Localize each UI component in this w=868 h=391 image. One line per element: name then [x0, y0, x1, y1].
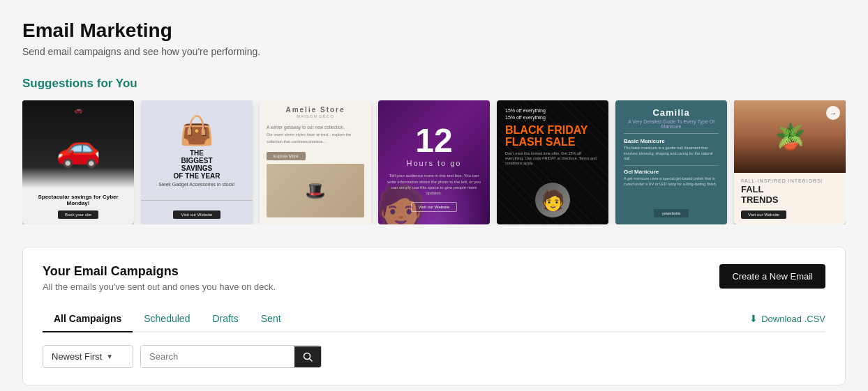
template-card-biggest-savings[interactable]: 👜 THEBIGGESTSAVINGSOF THE YEAR Sleek Gad… — [141, 100, 253, 224]
filter-row: Newest First ▼ — [43, 345, 825, 368]
campaigns-header-text: Your Email Campaigns All the emails you'… — [43, 264, 276, 292]
tab-drafts[interactable]: Drafts — [201, 306, 249, 332]
page-title: Email Marketing — [22, 20, 846, 42]
download-csv-button[interactable]: ⬇ Download .CSV — [749, 313, 825, 324]
tab-scheduled[interactable]: Scheduled — [133, 306, 201, 332]
template-card-manicure[interactable]: Camilla A Very Detailed Guide To Every T… — [615, 100, 727, 224]
sort-select[interactable]: Newest First ▼ — [43, 345, 133, 368]
template-card-black-friday[interactable]: 15% off everything15% off everything BLA… — [497, 100, 608, 224]
campaigns-header: Your Email Campaigns All the emails you'… — [43, 264, 825, 292]
tab-all-campaigns[interactable]: All Campaigns — [43, 306, 133, 332]
campaigns-section-subtitle: All the emails you've sent out and ones … — [43, 282, 276, 292]
page-subtitle: Send email campaigns and see how you're … — [22, 46, 846, 57]
template-card-fall-trends[interactable]: 🪴 → Fall-inspired Interiors! FALLTRENDS … — [734, 100, 846, 224]
suggestions-section-title: Suggestions for You — [22, 77, 846, 91]
chevron-down-icon: ▼ — [106, 353, 113, 360]
page-wrapper: Email Marketing Send email campaigns and… — [0, 0, 868, 391]
template-card-amelie-store[interactable]: Amelie Store MAISON DÉCO A winter getawa… — [260, 100, 371, 224]
svg-line-1 — [310, 358, 313, 361]
campaigns-section: Your Email Campaigns All the emails you'… — [22, 247, 846, 385]
create-new-email-button[interactable]: Create a New Email — [719, 264, 825, 289]
templates-row: 🚗 🚗 Spectacular savings for Cyber Monday… — [22, 100, 846, 224]
template-card-cyber-monday[interactable]: 🚗 🚗 Spectacular savings for Cyber Monday… — [22, 100, 134, 224]
search-icon — [303, 352, 313, 362]
download-icon: ⬇ — [749, 313, 758, 324]
campaigns-section-title: Your Email Campaigns — [43, 264, 276, 279]
search-input[interactable] — [141, 346, 294, 367]
search-button[interactable] — [294, 346, 321, 367]
tab-sent[interactable]: Sent — [250, 306, 292, 332]
template-card-countdown[interactable]: 12 Hours to go Tell your audience more i… — [378, 100, 490, 224]
search-container — [140, 345, 322, 368]
tabs-row: All Campaigns Scheduled Drafts Sent ⬇ Do… — [43, 306, 825, 332]
